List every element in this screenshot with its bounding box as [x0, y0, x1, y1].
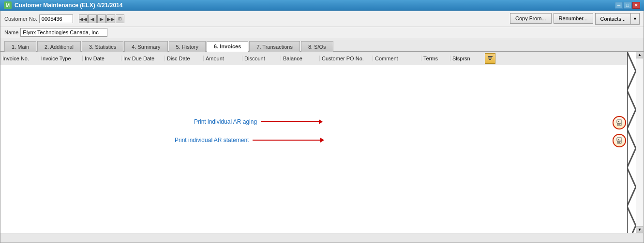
svg-rect-7 [618, 121, 619, 122]
copy-from-button[interactable]: Copy From... [510, 13, 552, 24]
svg-rect-1 [488, 57, 492, 58]
aging-arrow [261, 119, 323, 124]
contacts-dropdown-button[interactable]: ▼ [630, 14, 639, 24]
name-row: Name [0, 27, 644, 39]
scroll-up-button[interactable]: ▲ [636, 52, 643, 58]
tab-additional[interactable]: 2. Additional [37, 41, 81, 52]
app-icon: M [4, 1, 12, 9]
statement-callout: Print individual AR statement [175, 137, 324, 143]
print-aging-button-container [613, 116, 626, 129]
aging-arrowhead [319, 119, 323, 124]
tab-invoices[interactable]: 6. Invoices [207, 41, 248, 52]
svg-rect-2 [489, 59, 491, 60]
tab-main[interactable]: 1. Main [4, 41, 36, 52]
main-window: Customer No. ◀◀ ◀ ▶ ▶▶ ⊞ Copy From... Re… [0, 11, 644, 243]
table-body: Print individual AR aging Print individu… [0, 65, 644, 233]
statement-callout-text: Print individual AR statement [175, 137, 249, 143]
print-aging-button[interactable] [613, 116, 626, 129]
content-area: Invoice No. Invoice Type Inv Date Inv Du… [0, 52, 644, 233]
tabs-row: 1. Main 2. Additional 3. Statistics 4. S… [0, 39, 644, 52]
last-record-button[interactable]: ▶▶ [106, 14, 115, 23]
wavy-border-area [627, 52, 636, 233]
col-header-amount: Amount [204, 56, 242, 61]
print-statement-button-container [613, 134, 626, 147]
name-label: Name [4, 29, 18, 35]
title-text: Customer Maintenance (ELX) 4/21/2014 [15, 2, 122, 9]
toolbar-right: Copy From... Renumber... Contacts... ▼ [510, 13, 640, 25]
col-header-discount: Discount [242, 56, 281, 61]
table-header: Invoice No. Invoice Type Inv Date Inv Du… [0, 52, 644, 65]
customer-no-input[interactable] [39, 14, 73, 23]
vertical-scrollbar[interactable]: ▲ ▼ [636, 52, 644, 233]
grid-view-button[interactable]: ⊞ [116, 14, 124, 23]
filter-icon-button[interactable] [485, 53, 495, 64]
col-header-inv-due-date: Inv Due Date [121, 56, 165, 61]
next-record-button[interactable]: ▶ [97, 14, 106, 23]
aging-callout-text: Print individual AR aging [194, 118, 257, 125]
scroll-down-button[interactable]: ▼ [636, 226, 643, 233]
title-bar: M Customer Maintenance (ELX) 4/21/2014 ─… [0, 0, 644, 11]
col-header-invoice-no: Invoice No. [0, 56, 39, 61]
prev-record-button[interactable]: ◀ [88, 14, 97, 23]
svg-rect-0 [488, 56, 493, 57]
first-record-button[interactable]: ◀◀ [79, 14, 88, 23]
minimize-button[interactable]: ─ [615, 2, 623, 9]
toolbar: Customer No. ◀◀ ◀ ▶ ▶▶ ⊞ Copy From... Re… [0, 11, 644, 27]
aging-callout: Print individual AR aging [194, 118, 323, 125]
col-header-slsprsn: Slsprsn [450, 56, 484, 61]
contacts-button[interactable]: Contacts... [596, 14, 631, 24]
window-controls: ─ □ ✕ [615, 2, 640, 9]
bottom-bar [0, 233, 644, 243]
wavy-border-svg [627, 52, 636, 233]
tab-transactions[interactable]: 7. Transactions [249, 41, 300, 52]
aging-arrow-line [261, 121, 319, 122]
col-header-inv-date: Inv Date [83, 56, 121, 61]
col-header-comment: Comment [373, 56, 421, 61]
col-header-balance: Balance [281, 56, 320, 61]
print-statement-button[interactable] [613, 134, 626, 147]
customer-no-label: Customer No. [4, 16, 37, 22]
tab-history[interactable]: 5. History [169, 41, 206, 52]
name-input[interactable] [20, 28, 107, 37]
close-button[interactable]: ✕ [632, 2, 640, 9]
tab-summary[interactable]: 4. Summary [124, 41, 167, 52]
svg-rect-12 [618, 139, 619, 140]
statement-arrowhead [320, 138, 324, 143]
maximize-button[interactable]: □ [624, 2, 631, 9]
col-header-terms: Terms [421, 56, 450, 61]
scroll-track [636, 58, 644, 226]
col-header-invoice-type: Invoice Type [39, 56, 83, 61]
customer-no-group: Customer No. ◀◀ ◀ ▶ ▶▶ ⊞ [4, 14, 124, 23]
renumber-button[interactable]: Renumber... [554, 13, 593, 24]
col-header-disc-date: Disc Date [165, 56, 204, 61]
tab-sios[interactable]: 8. S/Os [301, 41, 333, 52]
col-header-filter [484, 53, 496, 64]
tab-statistics[interactable]: 3. Statistics [82, 41, 123, 52]
statement-arrow [253, 138, 324, 143]
col-header-customer-po: Customer PO No. [320, 56, 373, 61]
statement-arrow-line [253, 140, 320, 141]
